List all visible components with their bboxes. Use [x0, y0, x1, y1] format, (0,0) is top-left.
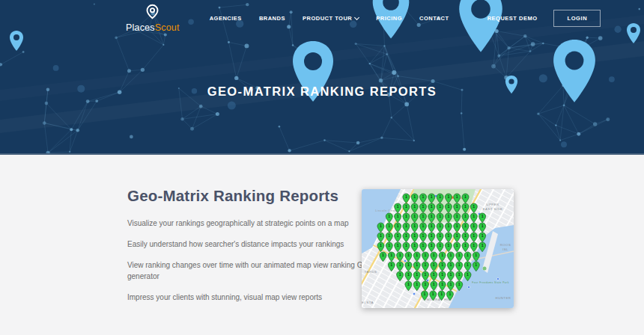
svg-text:1: 1 — [432, 292, 434, 296]
nav-item-pricing-label: PRICING — [376, 15, 402, 22]
svg-text:1: 1 — [413, 204, 416, 209]
svg-text:1: 1 — [425, 272, 427, 277]
svg-text:1: 1 — [482, 233, 484, 238]
svg-text:1: 1 — [405, 204, 407, 209]
svg-text:1: 1 — [405, 214, 407, 218]
svg-text:1: 1 — [440, 292, 443, 296]
svg-text:1: 1 — [473, 233, 475, 238]
svg-text:1: 1 — [456, 204, 458, 209]
svg-text:1: 1 — [413, 233, 416, 238]
nav-item-agencies[interactable]: AGENCIES — [210, 15, 242, 22]
svg-text:1: 1 — [464, 194, 467, 199]
svg-text:1: 1 — [456, 194, 458, 199]
nav-item-brands[interactable]: BRANDS — [259, 15, 285, 22]
logo[interactable]: PlacesScout — [126, 4, 180, 33]
svg-text:1: 1 — [433, 272, 435, 277]
svg-text:1: 1 — [482, 224, 484, 228]
nav-item-contact[interactable]: CONTACT — [419, 15, 449, 22]
svg-text:1: 1 — [456, 243, 458, 248]
svg-text:1: 1 — [399, 272, 401, 277]
svg-text:1: 1 — [464, 243, 467, 248]
svg-text:1: 1 — [407, 262, 410, 267]
nav-item-contact-label: CONTACT — [419, 15, 449, 22]
svg-text:1: 1 — [449, 282, 452, 286]
logo-text-scout: Scout — [155, 22, 180, 33]
svg-text:1: 1 — [447, 233, 449, 238]
svg-text:1: 1 — [431, 243, 433, 248]
svg-text:1: 1 — [431, 194, 433, 199]
chevron-down-icon — [354, 14, 359, 19]
svg-text:1: 1 — [433, 262, 435, 267]
svg-text:1: 1 — [431, 233, 433, 238]
svg-text:1: 1 — [447, 224, 449, 228]
map-label: ROOS — [500, 243, 511, 247]
svg-text:1: 1 — [441, 253, 443, 257]
svg-text:1: 1 — [467, 262, 469, 267]
map-island-park — [483, 267, 487, 271]
svg-text:1: 1 — [407, 253, 410, 257]
svg-text:1: 1 — [416, 262, 418, 267]
hero-section: GEO-MATRIX RANKING REPORTS PlacesScout A… — [0, 0, 644, 155]
map-label: UPPER — [486, 203, 499, 206]
svg-text:1: 1 — [424, 292, 426, 296]
svg-text:1: 1 — [458, 262, 461, 267]
bullet-understand: Easily understand how searcher's distanc… — [127, 239, 370, 250]
svg-text:1: 1 — [422, 214, 425, 218]
svg-text:1: 1 — [388, 214, 390, 218]
svg-text:1: 1 — [439, 233, 441, 238]
svg-text:1: 1 — [390, 262, 392, 267]
map-canvas: UPPEREAST SIDEROOSISLMURRAY HILLHUNTERYA… — [362, 189, 514, 308]
svg-text:1: 1 — [449, 272, 452, 277]
svg-text:1: 1 — [458, 282, 461, 286]
svg-text:1: 1 — [407, 272, 410, 277]
svg-text:1: 1 — [464, 224, 467, 228]
svg-text:1: 1 — [397, 214, 399, 218]
svg-text:1: 1 — [390, 253, 392, 257]
svg-text:1: 1 — [399, 253, 401, 257]
svg-text:1: 1 — [422, 233, 425, 238]
svg-text:1: 1 — [467, 253, 469, 257]
svg-text:1: 1 — [397, 204, 399, 209]
login-button[interactable]: LOGIN — [553, 10, 601, 27]
svg-text:1: 1 — [431, 204, 433, 209]
svg-text:1: 1 — [473, 243, 475, 248]
svg-text:1: 1 — [473, 224, 475, 228]
svg-text:1: 1 — [380, 243, 382, 248]
svg-text:1: 1 — [447, 214, 449, 218]
map-label: HUNTER — [496, 296, 511, 300]
nav-item-brands-label: BRANDS — [259, 15, 285, 22]
bullet-visualize: Visualize your rankings geographically a… — [127, 218, 370, 229]
svg-text:1: 1 — [473, 204, 475, 209]
svg-text:1: 1 — [380, 224, 382, 228]
svg-text:1: 1 — [447, 194, 449, 199]
page: GEO-MATRIX RANKING REPORTS PlacesScout A… — [0, 0, 644, 335]
svg-text:1: 1 — [449, 262, 452, 267]
svg-text:1: 1 — [441, 262, 443, 267]
svg-text:1: 1 — [456, 224, 458, 228]
map-label: YARDS — [365, 270, 377, 274]
svg-text:1: 1 — [422, 204, 425, 209]
nav-item-product-tour-label: PRODUCT TOUR — [303, 15, 352, 22]
svg-text:1: 1 — [473, 214, 475, 218]
nav-item-agencies-label: AGENCIES — [210, 15, 242, 22]
request-demo-button[interactable]: REQUEST DEMO — [482, 10, 544, 26]
svg-text:1: 1 — [482, 243, 484, 248]
svg-text:1: 1 — [422, 224, 425, 228]
bullet-gif-generator: View ranking changes over time with our … — [127, 259, 370, 282]
svg-text:1: 1 — [413, 194, 416, 199]
nav-item-pricing[interactable]: PRICING — [376, 15, 402, 22]
geo-matrix-map-image: UPPEREAST SIDEROOSISLMURRAY HILLHUNTERYA… — [362, 189, 514, 308]
svg-text:1: 1 — [425, 262, 427, 267]
svg-text:1: 1 — [464, 214, 467, 218]
svg-text:1: 1 — [467, 272, 469, 277]
svg-text:1: 1 — [439, 243, 441, 248]
svg-text:1: 1 — [475, 262, 477, 267]
svg-text:1: 1 — [413, 243, 416, 248]
svg-text:1: 1 — [464, 204, 467, 209]
svg-text:1: 1 — [456, 214, 458, 218]
svg-text:1: 1 — [441, 282, 443, 286]
nav-item-product-tour[interactable]: PRODUCT TOUR — [303, 15, 359, 22]
svg-text:1: 1 — [447, 243, 449, 248]
svg-text:1: 1 — [456, 233, 458, 238]
svg-text:1: 1 — [464, 233, 467, 238]
